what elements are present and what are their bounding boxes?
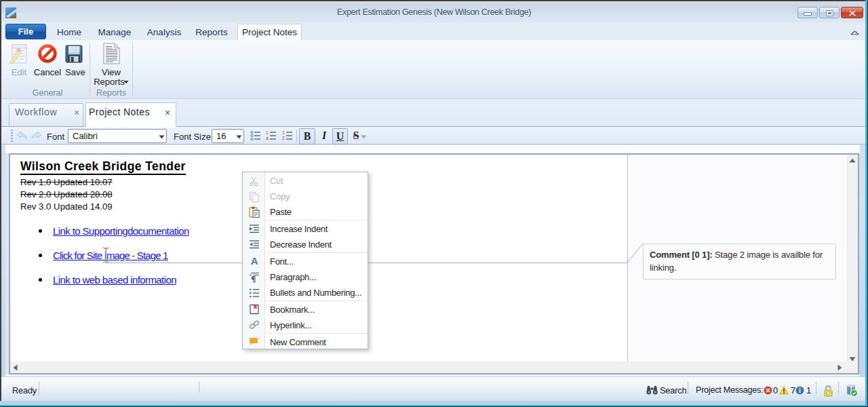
svg-text:a: a <box>266 136 269 140</box>
svg-text:¶: ¶ <box>251 275 256 284</box>
svg-text:1: 1 <box>266 130 269 135</box>
svg-text:2: 2 <box>282 136 285 140</box>
svg-text:1: 1 <box>282 130 285 135</box>
